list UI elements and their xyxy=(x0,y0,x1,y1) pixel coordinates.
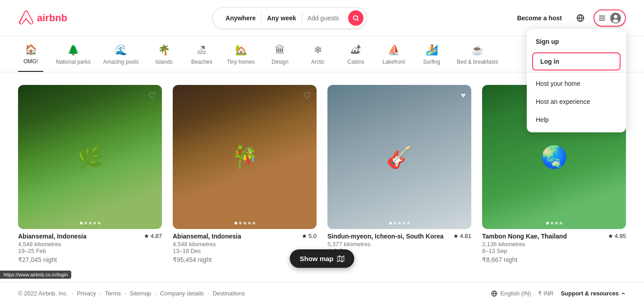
guests-search[interactable]: Add guests xyxy=(302,13,345,23)
surfing-icon: 🏄 xyxy=(426,44,438,56)
date-search[interactable]: Any week xyxy=(262,13,302,23)
listing-distance-2: 4,548 kilometres xyxy=(173,241,317,248)
arctic-icon: ❄ xyxy=(314,44,322,56)
listing-dates-4: 8–13 Sep xyxy=(482,248,626,254)
dot-4-2 xyxy=(551,222,553,224)
listing-price-1: ₹27,045 night xyxy=(18,256,162,263)
login-item[interactable]: Log in xyxy=(532,52,621,70)
user-menu-button[interactable] xyxy=(593,9,626,27)
price-unit-1: night xyxy=(43,256,57,263)
svg-point-0 xyxy=(353,16,357,20)
category-lakefront[interactable]: ⛵ Lakefront xyxy=(381,44,406,71)
svg-point-11 xyxy=(613,19,618,23)
dot-1-1 xyxy=(80,222,83,224)
listing-rating-3: ★ 4.81 xyxy=(453,233,471,239)
category-national-parks[interactable]: 🌲 National parks xyxy=(56,44,91,71)
category-arctic-label: Arctic xyxy=(311,59,325,65)
listing-card-2[interactable]: 🎋 ♡ Abiansemal, Indonesia ★ 5.0 xyxy=(173,85,317,265)
bed-breakfasts-icon: ☕ xyxy=(471,44,483,56)
category-surfing[interactable]: 🏄 Surfing xyxy=(419,44,444,71)
globe-icon xyxy=(576,14,584,22)
help-item[interactable]: Help xyxy=(527,111,626,129)
dot-4-4 xyxy=(560,222,562,224)
dot-1-4 xyxy=(93,222,96,224)
category-design-label: Design xyxy=(271,59,288,65)
category-tiny-homes[interactable]: 🏡 Tiny homes xyxy=(227,44,255,71)
host-experience-item[interactable]: Host an experience xyxy=(527,93,626,111)
globe-button[interactable] xyxy=(573,10,588,26)
omg-icon: 🏠 xyxy=(25,44,37,56)
category-omg[interactable]: 🏠 OMG! xyxy=(18,44,43,72)
category-tiny-homes-label: Tiny homes xyxy=(227,59,255,65)
category-islands[interactable]: 🌴 Islands xyxy=(151,44,176,71)
dropdown-menu: Sign up Log in Host your home Host an ex… xyxy=(527,29,626,132)
dot-4-1 xyxy=(546,222,549,224)
dropdown-divider xyxy=(527,72,626,73)
listing-distance-1: 4,548 kilometres xyxy=(18,241,162,248)
listing-rating-1: ★ 4.87 xyxy=(144,233,162,239)
listing-image-3: 🎸 ♥ xyxy=(327,85,471,229)
dot-1-3 xyxy=(89,222,92,224)
logo[interactable]: airbnb xyxy=(18,10,67,26)
listing-image-1: 🌿 ♡ xyxy=(18,85,162,229)
category-cabins-label: Cabins xyxy=(347,59,364,65)
airbnb-logo-icon xyxy=(18,10,34,26)
search-button[interactable] xyxy=(348,10,363,26)
become-host-button[interactable]: Become a host xyxy=(511,11,567,25)
listing-photo-2: 🎋 xyxy=(173,85,317,229)
dot-3-4 xyxy=(403,222,405,224)
host-home-item[interactable]: Host your home xyxy=(527,75,626,93)
category-arctic[interactable]: ❄ Arctic xyxy=(305,44,331,71)
image-dots-1 xyxy=(80,222,101,224)
dot-3-5 xyxy=(407,222,410,224)
star-icon-1: ★ xyxy=(144,233,149,239)
map-icon xyxy=(337,255,345,262)
dot-3-2 xyxy=(394,222,396,224)
wishlist-button-3[interactable]: ♥ xyxy=(460,90,466,101)
listing-location-4: Tambon Nong Kae, Thailand xyxy=(482,233,567,240)
menu-icon xyxy=(598,14,606,22)
listing-card-3[interactable]: 🎸 ♥ Sindun-myeon, Icheon-si, South Korea… xyxy=(327,85,471,265)
category-cabins[interactable]: 🏕 Cabins xyxy=(343,44,368,71)
dot-4-3 xyxy=(555,222,558,224)
category-design[interactable]: 🏛 Design xyxy=(267,44,293,71)
dot-2-1 xyxy=(235,222,237,224)
profile-avatar-icon xyxy=(610,12,621,24)
star-icon-3: ★ xyxy=(453,233,459,239)
dot-2-5 xyxy=(253,222,255,224)
listing-card-1[interactable]: 🌿 ♡ Abiansemal, Indonesia ★ 4.87 xyxy=(18,85,162,265)
dot-1-2 xyxy=(84,222,87,224)
show-map-button[interactable]: Show map xyxy=(290,249,354,268)
wishlist-button-1[interactable]: ♡ xyxy=(148,90,156,101)
dot-3-3 xyxy=(398,222,401,224)
price-unit-2: night xyxy=(198,256,212,263)
dot-3-1 xyxy=(389,222,392,224)
listing-header-2: Abiansemal, Indonesia ★ 5.0 xyxy=(173,233,317,240)
listing-location-1: Abiansemal, Indonesia xyxy=(18,233,87,240)
category-amazing-pools[interactable]: 🌊 Amazing pools xyxy=(103,44,139,71)
listing-info-4: Tambon Nong Kae, Thailand ★ 4.95 2,136 k… xyxy=(482,229,626,265)
url-hint: https://www.airbnb.co.in/login xyxy=(0,271,71,278)
search-bar[interactable]: Anywhere Any week Add guests xyxy=(212,7,367,29)
wishlist-button-2[interactable]: ♡ xyxy=(303,90,311,101)
cabins-icon: 🏕 xyxy=(351,44,361,56)
listing-price-4: ₹8,667 night xyxy=(482,256,626,263)
listing-photo-1: 🌿 xyxy=(18,85,162,229)
signup-item[interactable]: Sign up xyxy=(527,33,626,51)
svg-line-1 xyxy=(357,19,359,21)
price-unit-4: night xyxy=(504,256,517,263)
listing-header-1: Abiansemal, Indonesia ★ 4.87 xyxy=(18,233,162,240)
dot-1-5 xyxy=(98,222,101,224)
beaches-icon: 🏖 xyxy=(197,44,207,56)
star-icon-4: ★ xyxy=(608,233,613,239)
tiny-homes-icon: 🏡 xyxy=(235,44,247,56)
image-dots-4 xyxy=(546,222,562,224)
design-icon: 🏛 xyxy=(275,44,285,56)
dot-2-3 xyxy=(244,222,246,224)
category-beaches[interactable]: 🏖 Beaches xyxy=(189,44,214,71)
category-beaches-label: Beaches xyxy=(191,59,212,65)
image-dots-2 xyxy=(235,222,255,224)
category-bed-breakfasts[interactable]: ☕ Bed & breakfasts xyxy=(457,44,498,71)
listing-rating-2: ★ 5.0 xyxy=(302,233,317,239)
location-search[interactable]: Anywhere xyxy=(220,13,262,23)
